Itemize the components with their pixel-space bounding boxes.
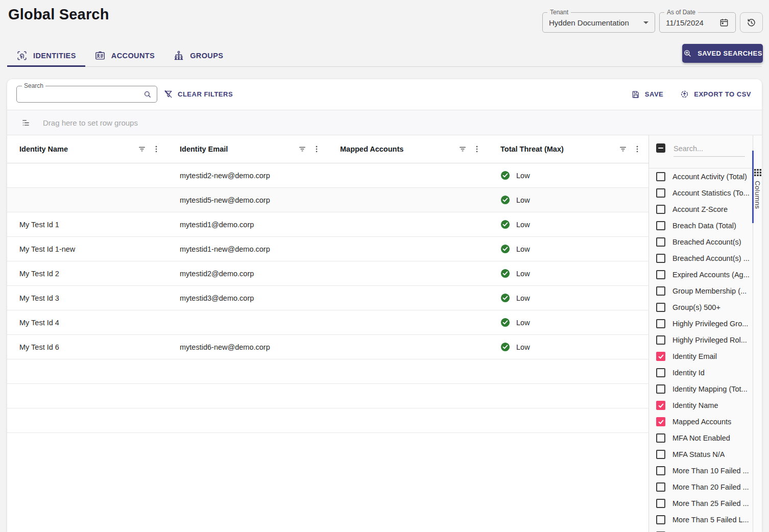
- column-checkbox[interactable]: [656, 188, 665, 198]
- table-row[interactable]: My Test Id 6 mytestid6-new@demo.corp Low: [7, 335, 648, 359]
- column-checkbox[interactable]: [656, 172, 665, 181]
- table-row[interactable]: My Test Id 1-new mytestid1-new@demo.corp…: [7, 237, 648, 261]
- filter-icon[interactable]: [618, 144, 628, 154]
- column-list-item[interactable]: Group Membership (...: [649, 283, 753, 299]
- column-list-item[interactable]: More Than 10 Failed ...: [649, 463, 753, 479]
- calendar-icon[interactable]: [719, 17, 729, 28]
- column-item-label: Group(s) 500+: [672, 303, 720, 311]
- column-list-item[interactable]: Identity Name: [649, 397, 753, 414]
- row-group-panel[interactable]: Drag here to set row groups: [7, 110, 762, 135]
- column-list-item[interactable]: MFA Status N/A: [649, 446, 753, 463]
- cell-identity-email: mytestid6-new@demo.corp: [167, 343, 328, 351]
- column-checkbox[interactable]: [656, 335, 665, 345]
- column-list-item[interactable]: Identity Email: [649, 348, 753, 365]
- table-row[interactable]: My Test Id 3 mytestid3@demo.corp Low: [7, 286, 648, 310]
- export-to-csv-button[interactable]: EXPORT TO CSV: [680, 89, 751, 99]
- check-circle-icon: [500, 195, 510, 205]
- column-checkbox[interactable]: [656, 466, 665, 475]
- column-list-item[interactable]: Account Statistics (To...: [649, 185, 753, 201]
- column-checkbox[interactable]: [656, 482, 665, 492]
- column-checkbox[interactable]: [656, 368, 665, 377]
- select-all-checkbox[interactable]: [656, 143, 665, 153]
- column-checkbox[interactable]: [656, 499, 665, 508]
- column-checkbox[interactable]: [656, 221, 665, 230]
- column-list-item[interactable]: Identity Mapping (Tot...: [649, 381, 753, 397]
- saved-searches-button[interactable]: SAVED SEARCHES: [682, 44, 763, 63]
- column-checkbox[interactable]: [656, 417, 665, 426]
- columns-side-tab[interactable]: Columns: [753, 169, 762, 209]
- column-checkbox[interactable]: [656, 450, 665, 459]
- column-checkbox[interactable]: [656, 286, 665, 296]
- filter-icon[interactable]: [458, 144, 468, 154]
- table-row[interactable]: My Test Id 1 mytestid1@demo.corp Low: [7, 212, 648, 237]
- filter-icon[interactable]: [137, 144, 147, 154]
- table-row[interactable]: My Test Id 4 Low: [7, 310, 648, 335]
- column-list-item[interactable]: Breached Account(s): [649, 234, 753, 250]
- tab-accounts[interactable]: ACCOUNTS: [85, 45, 164, 66]
- column-list-item[interactable]: Mapped Accounts: [649, 414, 753, 430]
- column-checkbox[interactable]: [656, 254, 665, 263]
- cell-identity-email: mytestid1@demo.corp: [167, 221, 328, 229]
- table-row[interactable]: My Test Id 2 mytestid2@demo.corp Low: [7, 261, 648, 286]
- history-button[interactable]: [740, 12, 763, 33]
- clear-filters-button[interactable]: CLEAR FILTERS: [163, 86, 233, 103]
- as-of-date-field[interactable]: As of Date 11/15/2024: [659, 12, 736, 33]
- column-item-label: Mapped Accounts: [672, 418, 731, 426]
- tab-groups[interactable]: GROUPS: [164, 45, 232, 66]
- column-menu-icon[interactable]: [151, 144, 161, 154]
- column-checkbox[interactable]: [656, 515, 665, 524]
- filter-icon[interactable]: [297, 144, 307, 154]
- check-circle-icon: [500, 171, 510, 180]
- save-button[interactable]: SAVE: [631, 90, 663, 99]
- column-menu-icon[interactable]: [472, 144, 482, 154]
- grid-rows: mytestid2-new@demo.corp Low mytestid5-ne…: [7, 163, 648, 433]
- table-row[interactable]: mytestid2-new@demo.corp Low: [7, 163, 648, 188]
- column-header-identity-name[interactable]: Identity Name: [7, 135, 167, 163]
- column-list-item[interactable]: Breached Account(s) ...: [649, 250, 753, 267]
- columns-search-input[interactable]: [674, 141, 745, 157]
- column-list-item[interactable]: MFA Not Enabled: [649, 430, 753, 446]
- column-menu-icon[interactable]: [632, 144, 642, 154]
- threat-label: Low: [516, 172, 530, 180]
- empty-grid-row: [7, 359, 648, 384]
- column-checkbox[interactable]: [656, 384, 665, 394]
- column-checkbox[interactable]: [656, 205, 665, 214]
- column-checkbox[interactable]: [656, 401, 665, 410]
- tenant-select[interactable]: Tenant Hydden Documentation: [542, 12, 655, 33]
- column-list-item[interactable]: More Than 5 Failed L...: [649, 512, 753, 528]
- tab-identities[interactable]: IDENTITIES: [7, 45, 85, 66]
- column-list-item[interactable]: [649, 528, 753, 532]
- saved-searches-label: SAVED SEARCHES: [698, 50, 762, 57]
- column-list-item[interactable]: More Than 25 Failed ...: [649, 495, 753, 512]
- global-search-page: Global Search Tenant Hydden Documentatio…: [0, 0, 769, 532]
- column-header-identity-email[interactable]: Identity Email: [167, 135, 328, 163]
- columns-panel-header: [649, 135, 753, 168]
- grid-search-input[interactable]: [22, 87, 139, 102]
- column-menu-icon[interactable]: [311, 144, 322, 154]
- grid-search-field[interactable]: Search: [16, 86, 157, 103]
- column-header-total-threat[interactable]: Total Threat (Max): [488, 135, 648, 163]
- column-list-item[interactable]: Account Z-Score: [649, 201, 753, 217]
- column-list-item[interactable]: Expired Accounts (Ag...: [649, 267, 753, 283]
- column-list-item[interactable]: Highly Privileged Gro...: [649, 316, 753, 332]
- columns-tool-panel: Account Activity (Total) Account Statist…: [648, 135, 753, 532]
- column-item-label: Account Statistics (To...: [672, 189, 750, 197]
- column-header-mapped-accounts[interactable]: Mapped Accounts: [328, 135, 488, 163]
- column-list-item[interactable]: Breach Data (Total): [649, 217, 753, 234]
- column-checkbox[interactable]: [656, 270, 665, 279]
- tab-accounts-label: ACCOUNTS: [111, 52, 155, 60]
- table-row[interactable]: mytestid5-new@demo.corp Low: [7, 188, 648, 212]
- column-checkbox[interactable]: [656, 303, 665, 312]
- column-checkbox[interactable]: [656, 352, 665, 361]
- column-list-item[interactable]: Identity Id: [649, 365, 753, 381]
- column-list-item[interactable]: More Than 20 Failed ...: [649, 479, 753, 495]
- column-list-item[interactable]: Highly Privileged Rol...: [649, 332, 753, 348]
- threat-label: Low: [516, 245, 530, 253]
- column-checkbox[interactable]: [656, 319, 665, 328]
- column-list-item[interactable]: Account Activity (Total): [649, 168, 753, 185]
- column-list-item[interactable]: Group(s) 500+: [649, 299, 753, 316]
- column-header-label: Total Threat (Max): [500, 145, 564, 153]
- column-checkbox[interactable]: [656, 433, 665, 443]
- threat-label: Low: [516, 196, 530, 204]
- column-checkbox[interactable]: [656, 237, 665, 247]
